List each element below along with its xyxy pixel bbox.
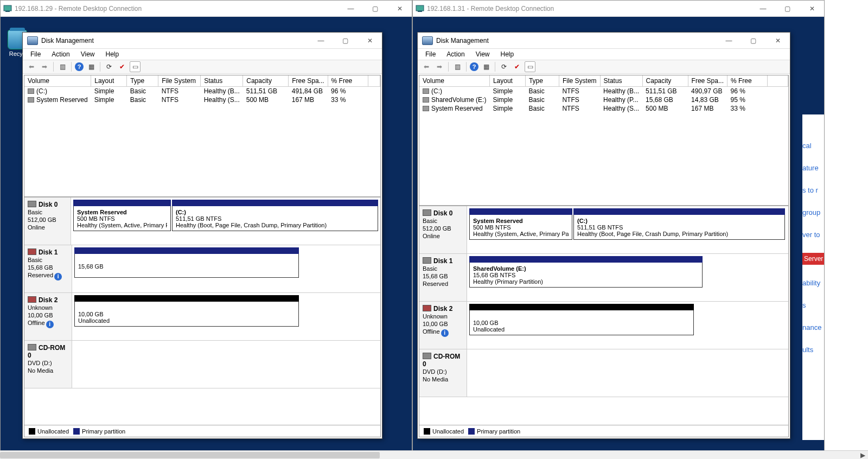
table-row[interactable]: SharedVolume (E:)SimpleBasicNTFSHealthy … bbox=[419, 95, 788, 104]
table-header[interactable]: Volume Layout Type File System Status Ca… bbox=[419, 75, 788, 87]
partition[interactable]: (C:)511,51 GB NTFSHealthy (Boot, Page Fi… bbox=[573, 208, 785, 240]
col-blank[interactable] bbox=[767, 75, 788, 87]
minimize-button[interactable]: — bbox=[717, 33, 741, 48]
disk-row[interactable]: CD-ROM 0DVD (D:)No Media bbox=[24, 341, 380, 388]
col-pct[interactable]: % Free bbox=[727, 75, 767, 87]
cancel-icon[interactable]: ✔ bbox=[117, 61, 127, 72]
details-icon[interactable]: ▦ bbox=[481, 61, 492, 72]
cancel-icon[interactable]: ✔ bbox=[512, 61, 522, 72]
close-button[interactable]: ✕ bbox=[800, 1, 824, 16]
maximize-button[interactable]: ▢ bbox=[363, 1, 387, 16]
disk-info[interactable]: Disk 2Unknown10,00 GBOfflinei bbox=[24, 293, 72, 340]
details-icon[interactable]: ▦ bbox=[86, 61, 97, 72]
col-free[interactable]: Free Spa... bbox=[688, 75, 727, 87]
volume-table[interactable]: Volume Layout Type File System Status Ca… bbox=[419, 75, 788, 206]
disk-info[interactable]: CD-ROM 0DVD (D:)No Media bbox=[24, 341, 72, 388]
refresh-icon[interactable]: ⟳ bbox=[499, 61, 509, 72]
menu-view[interactable]: View bbox=[471, 49, 494, 59]
forward-icon[interactable]: ➡ bbox=[434, 61, 445, 72]
dm-titlebar[interactable]: Disk Management — ▢ ✕ bbox=[418, 33, 790, 49]
minimize-button[interactable]: — bbox=[339, 1, 363, 16]
col-volume[interactable]: Volume bbox=[419, 75, 489, 87]
disk-info[interactable]: Disk 1Basic15,68 GBReserved bbox=[419, 254, 467, 301]
maximize-button[interactable]: ▢ bbox=[775, 1, 800, 16]
col-blank[interactable] bbox=[368, 75, 380, 87]
col-layout[interactable]: Layout bbox=[91, 75, 127, 87]
rdp-titlebar[interactable]: 192.168.1.29 - Remote Desktop Connection… bbox=[1, 1, 412, 17]
help-icon[interactable]: ? bbox=[470, 62, 478, 71]
info-icon[interactable]: i bbox=[46, 321, 54, 328]
toolbar: ⬅ ➡ ▥ ? ▦ ⟳ ✔ ▭ bbox=[418, 60, 790, 74]
menu-file[interactable]: File bbox=[421, 49, 440, 59]
partition[interactable]: System Reserved500 MB NTFSHealthy (Syste… bbox=[469, 208, 572, 240]
partition[interactable]: SharedVolume (E:)15,68 GB NTFSHealthy (P… bbox=[469, 256, 703, 288]
scroll-right-icon[interactable]: ▶ bbox=[858, 451, 867, 459]
volume-table[interactable]: Volume Layout Type File System Status Ca… bbox=[24, 75, 380, 197]
col-status[interactable]: Status bbox=[201, 75, 243, 87]
horizontal-scrollbar[interactable]: ▶ bbox=[0, 450, 868, 459]
close-button[interactable]: ✕ bbox=[387, 1, 412, 16]
disk-graphical-view[interactable]: Disk 0Basic512,00 GBOnlineSystem Reserve… bbox=[419, 206, 788, 425]
disk-info[interactable]: CD-ROM 0DVD (D:)No Media bbox=[419, 349, 467, 397]
disk-row[interactable]: Disk 0Basic512,00 GBOnlineSystem Reserve… bbox=[24, 197, 380, 245]
minimize-button[interactable]: — bbox=[309, 33, 333, 48]
col-capacity[interactable]: Capacity bbox=[243, 75, 289, 87]
table-header[interactable]: Volume Layout Type File System Status Ca… bbox=[24, 75, 380, 87]
col-type[interactable]: Type bbox=[127, 75, 158, 87]
disk-graphical-view[interactable]: Disk 0Basic512,00 GBOnlineSystem Reserve… bbox=[24, 197, 380, 425]
scrollbar-thumb[interactable] bbox=[0, 452, 380, 458]
disk-info[interactable]: Disk 0Basic512,00 GBOnline bbox=[24, 197, 71, 245]
col-pct[interactable]: % Free bbox=[328, 75, 368, 87]
dm-titlebar[interactable]: Disk Management — ▢ ✕ bbox=[23, 33, 382, 49]
col-fs[interactable]: File System bbox=[158, 75, 201, 87]
partition[interactable]: System Reserved500 MB NTFSHealthy (Syste… bbox=[73, 200, 171, 231]
back-icon[interactable]: ⬅ bbox=[26, 61, 37, 72]
col-fs[interactable]: File System bbox=[559, 75, 600, 87]
disk-info[interactable]: Disk 2Unknown10,00 GBOfflinei bbox=[419, 302, 467, 349]
partition[interactable]: 15,68 GB bbox=[74, 247, 299, 278]
col-free[interactable]: Free Spa... bbox=[289, 75, 328, 87]
disk-row[interactable]: Disk 1Basic15,68 GBReservedSharedVolume … bbox=[419, 254, 788, 302]
disk-row[interactable]: Disk 2Unknown10,00 GBOfflinei 10,00 GBUn… bbox=[419, 302, 788, 349]
properties-icon[interactable]: ▭ bbox=[130, 61, 141, 72]
help-icon[interactable]: ? bbox=[75, 62, 84, 71]
disk-row[interactable]: Disk 0Basic512,00 GBOnlineSystem Reserve… bbox=[419, 206, 788, 254]
table-row[interactable]: System ReservedSimpleBasicNTFSHealthy (S… bbox=[24, 95, 380, 104]
disk-row[interactable]: CD-ROM 0DVD (D:)No Media bbox=[419, 349, 788, 397]
refresh-icon[interactable]: ⟳ bbox=[104, 61, 114, 72]
col-capacity[interactable]: Capacity bbox=[642, 75, 688, 87]
info-icon[interactable]: i bbox=[441, 329, 449, 337]
minimize-button[interactable]: — bbox=[751, 1, 775, 16]
disk-info[interactable]: Disk 0Basic512,00 GBOnline bbox=[419, 206, 467, 253]
info-icon[interactable]: i bbox=[54, 273, 62, 280]
menu-action[interactable]: Action bbox=[442, 49, 469, 59]
show-hide-tree-icon[interactable]: ▥ bbox=[452, 61, 463, 72]
back-icon[interactable]: ⬅ bbox=[421, 61, 432, 72]
show-hide-tree-icon[interactable]: ▥ bbox=[57, 61, 68, 72]
close-button[interactable]: ✕ bbox=[765, 33, 790, 48]
disk-row[interactable]: Disk 1Basic15,68 GBReservedi 15,68 GB bbox=[24, 245, 380, 293]
partition[interactable]: 10,00 GBUnallocated bbox=[74, 295, 299, 327]
forward-icon[interactable]: ➡ bbox=[39, 61, 50, 72]
close-button[interactable]: ✕ bbox=[358, 33, 382, 48]
partition[interactable]: (C:)511,51 GB NTFSHealthy (Boot, Page Fi… bbox=[172, 200, 378, 231]
col-volume[interactable]: Volume bbox=[24, 75, 91, 87]
menu-help[interactable]: Help bbox=[496, 49, 519, 59]
menu-help[interactable]: Help bbox=[101, 49, 124, 59]
col-type[interactable]: Type bbox=[525, 75, 559, 87]
col-layout[interactable]: Layout bbox=[489, 75, 525, 87]
rdp-titlebar[interactable]: 192.168.1.31 - Remote Desktop Connection… bbox=[413, 1, 824, 17]
disk-row[interactable]: Disk 2Unknown10,00 GBOfflinei 10,00 GBUn… bbox=[24, 293, 380, 341]
maximize-button[interactable]: ▢ bbox=[333, 33, 358, 48]
menu-action[interactable]: Action bbox=[47, 49, 74, 59]
table-row[interactable]: (C:)SimpleBasicNTFSHealthy (B...511,51 G… bbox=[419, 87, 788, 96]
col-status[interactable]: Status bbox=[600, 75, 642, 87]
partition[interactable]: 10,00 GBUnallocated bbox=[469, 304, 694, 335]
properties-icon[interactable]: ▭ bbox=[525, 61, 535, 72]
table-row[interactable]: System ReservedSimpleBasicNTFSHealthy (S… bbox=[419, 104, 788, 113]
menu-file[interactable]: File bbox=[26, 49, 45, 59]
menu-view[interactable]: View bbox=[76, 49, 99, 59]
disk-info[interactable]: Disk 1Basic15,68 GBReservedi bbox=[24, 245, 72, 292]
maximize-button[interactable]: ▢ bbox=[741, 33, 765, 48]
table-row[interactable]: (C:)SimpleBasicNTFSHealthy (B...511,51 G… bbox=[24, 87, 380, 96]
